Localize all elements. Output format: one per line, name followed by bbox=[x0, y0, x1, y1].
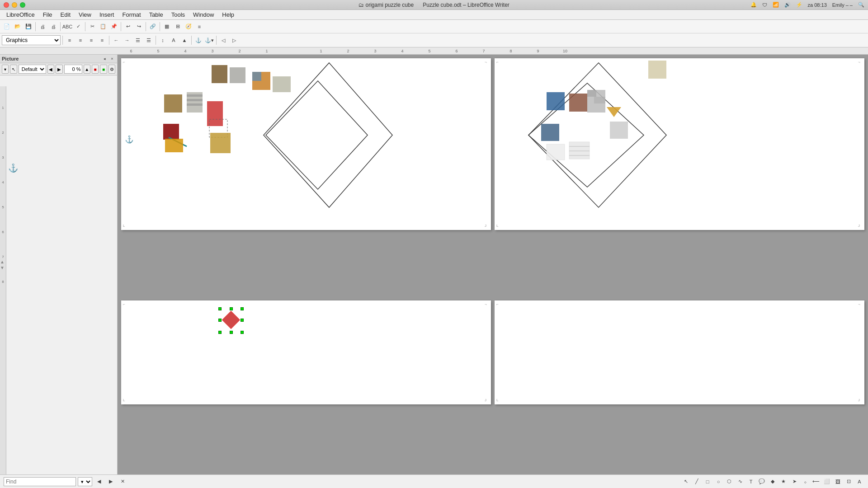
draw-select-tool[interactable]: ↖ bbox=[681, 477, 691, 487]
scroll-down-arrow[interactable]: ▼ bbox=[0, 265, 5, 270]
pic-prev[interactable]: ◀ bbox=[47, 65, 54, 74]
draw-curve-tool[interactable]: ∿ bbox=[735, 477, 745, 487]
undo-button[interactable]: ↩ bbox=[123, 22, 133, 32]
draw-font-work-tool[interactable]: A bbox=[854, 477, 864, 487]
scroll-up-arrow[interactable]: ▲ bbox=[0, 259, 5, 264]
copy-button[interactable]: 📋 bbox=[98, 22, 108, 32]
print-preview-button[interactable]: 🖨 bbox=[38, 22, 47, 32]
find-next-button[interactable]: ▶ bbox=[106, 477, 116, 487]
maximize-button[interactable] bbox=[20, 2, 25, 8]
draw-connector-tool[interactable]: ⟵ bbox=[811, 477, 821, 487]
find-input[interactable] bbox=[4, 477, 76, 486]
menu-format[interactable]: Format bbox=[118, 10, 144, 19]
indent-dec-button[interactable]: ← bbox=[111, 35, 121, 45]
draw-block-arrows-tool[interactable]: ➤ bbox=[789, 477, 799, 487]
draw-rect-tool[interactable]: □ bbox=[703, 477, 712, 487]
draw-basic-shapes-tool[interactable]: ◆ bbox=[768, 477, 778, 487]
show-changes-button[interactable]: ⊞ bbox=[173, 22, 183, 32]
handle-tm[interactable] bbox=[230, 307, 233, 310]
handle-bm[interactable] bbox=[230, 331, 233, 334]
close-button[interactable] bbox=[4, 2, 9, 8]
draw-symbol-shapes-tool[interactable]: ★ bbox=[778, 477, 788, 487]
pic-red[interactable]: ■ bbox=[92, 65, 99, 74]
menu-insert[interactable]: Insert bbox=[96, 10, 118, 19]
traffic-lights[interactable] bbox=[4, 2, 25, 8]
handle-br[interactable] bbox=[241, 331, 244, 334]
pic-pointer[interactable]: ↖ bbox=[10, 65, 17, 74]
paste-button[interactable]: 📌 bbox=[109, 22, 119, 32]
handle-tr[interactable] bbox=[241, 307, 244, 310]
autocorrect-button[interactable]: ✓ bbox=[73, 22, 83, 32]
pic-percent-up[interactable]: ▲ bbox=[84, 65, 90, 74]
pic-mode-select[interactable]: Default bbox=[19, 65, 46, 74]
align-left-button[interactable]: ≡ bbox=[65, 35, 75, 45]
find-options-select[interactable]: ▾ bbox=[78, 477, 92, 486]
page-4[interactable]: ⌐ ¬ L J bbox=[495, 300, 864, 404]
search-icon[interactable]: 🔍 bbox=[858, 2, 864, 8]
num-list-button[interactable]: ☰ bbox=[144, 35, 154, 45]
page-1[interactable]: ⌐ ¬ L J ⚓ bbox=[121, 58, 491, 230]
scroll-next-button[interactable]: ▷ bbox=[229, 35, 239, 45]
hyperlink-button[interactable]: 🔗 bbox=[148, 22, 158, 32]
align-center-button[interactable]: ≡ bbox=[75, 35, 85, 45]
menu-view[interactable]: View bbox=[75, 10, 95, 19]
pic-percent-input[interactable] bbox=[64, 65, 82, 74]
draw-flowchart-tool[interactable]: ⬦ bbox=[800, 477, 810, 487]
draw-polygon-tool[interactable]: ⬡ bbox=[724, 477, 734, 487]
menu-table[interactable]: Table bbox=[146, 10, 167, 19]
menu-tools[interactable]: Tools bbox=[168, 10, 189, 19]
selected-image-container[interactable] bbox=[220, 309, 242, 333]
minimize-button[interactable] bbox=[12, 2, 17, 8]
anchor-button[interactable]: ⚓ bbox=[193, 35, 203, 45]
redo-button[interactable]: ↪ bbox=[134, 22, 144, 32]
canvas-area[interactable]: ⌐ ¬ L J ⚓ bbox=[118, 55, 868, 474]
pic-settings[interactable]: ⚙ bbox=[108, 65, 115, 74]
cut-button[interactable]: ✂ bbox=[87, 22, 97, 32]
spellcheck-button[interactable]: ABC bbox=[62, 22, 72, 32]
page-2[interactable]: ⌐ ¬ L J bbox=[495, 58, 864, 230]
menu-libreoffice[interactable]: LibreOffice bbox=[3, 10, 38, 19]
new-button[interactable]: 📄 bbox=[2, 22, 12, 32]
draw-ellipse-tool[interactable]: ○ bbox=[713, 477, 723, 487]
svg-rect-22 bbox=[569, 94, 587, 112]
draw-line-tool[interactable]: ╱ bbox=[692, 477, 702, 487]
print-button[interactable]: 🖨 bbox=[48, 22, 58, 32]
pic-mode-dropdown[interactable]: ▾ bbox=[2, 65, 9, 74]
list-button[interactable]: ☰ bbox=[133, 35, 143, 45]
scroll-prev-button[interactable]: ◁ bbox=[218, 35, 228, 45]
menu-help[interactable]: Help bbox=[218, 10, 238, 19]
menu-file[interactable]: File bbox=[39, 10, 56, 19]
draw-3d-tool[interactable]: ⬜ bbox=[822, 477, 832, 487]
draw-callout-tool[interactable]: 💬 bbox=[757, 477, 767, 487]
style-select[interactable]: Graphics bbox=[2, 35, 61, 45]
find-close-button[interactable]: ✕ bbox=[118, 477, 127, 487]
table-button[interactable]: ▦ bbox=[162, 22, 172, 32]
draw-crop-tool[interactable]: ⊡ bbox=[844, 477, 854, 487]
justify-button[interactable]: ≡ bbox=[97, 35, 107, 45]
draw-text-tool[interactable]: T bbox=[746, 477, 756, 487]
navigator-button[interactable]: 🧭 bbox=[184, 22, 193, 32]
open-button[interactable]: 📂 bbox=[13, 22, 23, 32]
toolbar-area: 📄 📂 💾 🖨 🖨 ABC ✓ ✂ 📋 📌 ↩ ↪ 🔗 ▦ ⊞ 🧭 ≡ Grap… bbox=[0, 20, 868, 47]
picture-float-button[interactable]: ◂ bbox=[101, 56, 108, 62]
page-3[interactable]: ⌐ ¬ L J bbox=[121, 300, 491, 404]
handle-ml[interactable] bbox=[218, 319, 222, 322]
menu-window[interactable]: Window bbox=[189, 10, 217, 19]
color-button[interactable]: A bbox=[169, 35, 179, 45]
find-prev-button[interactable]: ◀ bbox=[94, 477, 104, 487]
styles-button[interactable]: ≡ bbox=[194, 22, 204, 32]
pic-next[interactable]: ▶ bbox=[56, 65, 62, 74]
handle-mr[interactable] bbox=[241, 319, 244, 322]
handle-tl[interactable] bbox=[218, 307, 222, 310]
save-button[interactable]: 💾 bbox=[24, 22, 33, 32]
anchor-mode-button[interactable]: ⚓▾ bbox=[204, 35, 214, 45]
line-spacing-button[interactable]: ↕ bbox=[158, 35, 168, 45]
picture-close-button[interactable]: × bbox=[109, 56, 115, 62]
align-right-button[interactable]: ≡ bbox=[86, 35, 96, 45]
pic-green[interactable]: ■ bbox=[100, 65, 107, 74]
highlight-button[interactable]: ▲ bbox=[179, 35, 189, 45]
indent-inc-button[interactable]: → bbox=[122, 35, 132, 45]
draw-insert-image-tool[interactable]: 🖼 bbox=[833, 477, 843, 487]
handle-bl[interactable] bbox=[218, 331, 222, 334]
menu-edit[interactable]: Edit bbox=[57, 10, 74, 19]
